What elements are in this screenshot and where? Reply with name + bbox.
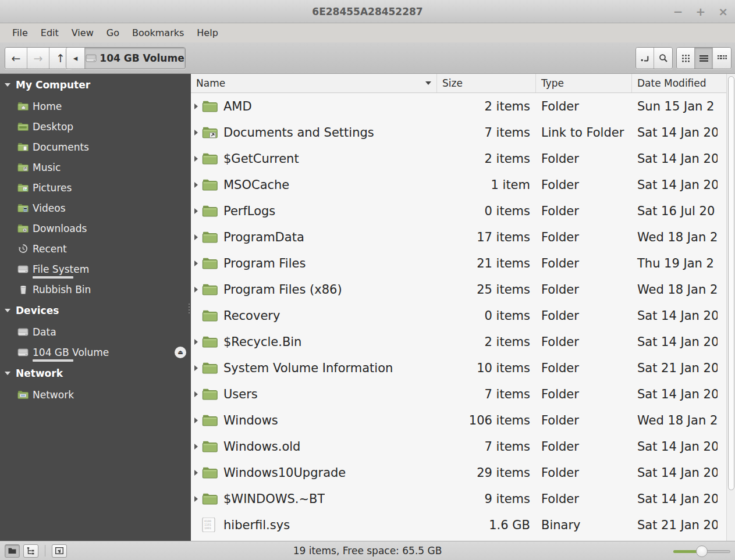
file-name: Windows <box>223 413 278 427</box>
hide-sidebar-button[interactable] <box>52 544 67 558</box>
compact-view-button[interactable] <box>713 48 731 69</box>
sidebar-item-music[interactable]: Music <box>0 157 191 177</box>
maximize-button[interactable]: + <box>695 6 705 17</box>
scrollbar-thumb[interactable] <box>728 76 734 490</box>
file-row[interactable]: System Volume Information10 itemsFolderS… <box>191 355 735 381</box>
file-date-modified: Thu 19 Jan 2 <box>632 256 718 270</box>
minimize-button[interactable]: − <box>673 6 683 17</box>
row-expander-icon[interactable] <box>194 261 202 266</box>
folder-pictures-icon <box>17 183 29 192</box>
file-row[interactable]: 010011011001hiberfil.sys1.6 GBBinarySat … <box>191 512 735 538</box>
column-header-size[interactable]: Size <box>437 74 536 92</box>
icon-view-button[interactable] <box>677 48 695 69</box>
sidebar-item-104-gb-volume[interactable]: 104 GB Volume⏏ <box>0 342 191 362</box>
menu-file[interactable]: File <box>6 25 34 41</box>
file-row[interactable]: PerfLogs0 itemsFolderSat 16 Jul 20 <box>191 198 735 224</box>
file-date-modified: Sat 14 Jan 20 <box>632 309 718 323</box>
show-treeview-button[interactable] <box>23 544 38 558</box>
file-row[interactable]: $GetCurrent2 itemsFolderSat 14 Jan 20 <box>191 145 735 172</box>
file-date-modified: Sat 21 Jan 20 <box>632 518 718 532</box>
file-size: 2 items <box>437 152 536 166</box>
sidebar-item-downloads[interactable]: Downloads <box>0 218 191 238</box>
location-entry-icon <box>640 53 649 63</box>
row-expander-icon[interactable] <box>194 496 202 502</box>
sidebar-item-pictures[interactable]: Pictures <box>0 177 191 198</box>
disk-usage-bar <box>33 276 73 279</box>
file-row[interactable]: MSOCache1 itemFolderSat 14 Jan 20 <box>191 172 735 198</box>
row-expander-icon[interactable] <box>194 104 202 109</box>
list-view-button[interactable] <box>695 48 713 69</box>
file-row[interactable]: Program Files21 itemsFolderThu 19 Jan 2 <box>191 250 735 276</box>
row-expander-icon[interactable] <box>194 234 202 240</box>
row-expander-icon[interactable] <box>194 156 202 162</box>
file-row[interactable]: Windows10Upgrade29 itemsFolderSat 14 Jan… <box>191 459 735 486</box>
sidebar-item-label: Pictures <box>33 182 72 194</box>
row-expander-icon[interactable] <box>194 391 202 397</box>
path-segment-volume[interactable]: 104 GB Volume <box>85 48 185 69</box>
sidebar-section-my-computer[interactable]: My Computer <box>0 74 191 96</box>
file-date-modified: Sat 14 Jan 20 <box>632 152 718 166</box>
column-header-name[interactable]: Name <box>191 74 437 92</box>
file-row[interactable]: Documents and Settings7 itemsLink to Fol… <box>191 119 735 145</box>
show-places-button[interactable] <box>5 544 20 558</box>
menu-go[interactable]: Go <box>100 25 126 41</box>
sidebar-item-recent[interactable]: Recent <box>0 238 191 259</box>
file-row[interactable]: Recovery0 itemsFolderSat 14 Jan 20 <box>191 302 735 329</box>
statusbar-buttons <box>5 544 67 558</box>
file-date-modified: Wed 18 Jan 2 <box>632 283 718 297</box>
row-expander-icon[interactable] <box>194 182 202 188</box>
toggle-location-entry-button[interactable] <box>636 48 654 69</box>
column-header-date-modified[interactable]: Date Modified <box>632 74 726 92</box>
sidebar-item-videos[interactable]: Videos <box>0 198 191 218</box>
file-row[interactable]: $WINDOWS.~BT9 itemsFolderSat 14 Jan 20 <box>191 486 735 512</box>
sort-descending-icon[interactable] <box>425 81 431 85</box>
menu-view[interactable]: View <box>65 25 100 41</box>
grid-view-icon <box>681 54 690 63</box>
menu-bookmarks[interactable]: Bookmarks <box>126 25 190 41</box>
column-header-type[interactable]: Type <box>536 74 632 92</box>
file-row[interactable]: ProgramData17 itemsFolderWed 18 Jan 2 <box>191 224 735 250</box>
file-name: Windows10Upgrade <box>223 466 346 480</box>
file-name: AMD <box>223 99 252 113</box>
back-button[interactable]: ← <box>5 48 27 69</box>
path-scroll-left-button[interactable]: ◂ <box>66 48 85 69</box>
close-button[interactable]: × <box>718 6 728 17</box>
search-button[interactable] <box>654 48 672 69</box>
file-row[interactable]: AMD2 itemsFolderSun 15 Jan 2 <box>191 93 735 119</box>
file-manager-window: 6E28455A28452287 − + × FileEditViewGoBoo… <box>0 0 735 560</box>
row-expander-icon[interactable] <box>194 444 202 450</box>
vertical-scrollbar[interactable] <box>726 74 735 541</box>
sidebar-item-desktop[interactable]: Desktop <box>0 116 191 137</box>
sidebar-section-devices[interactable]: Devices <box>0 299 191 322</box>
zoom-slider[interactable] <box>673 547 730 556</box>
row-expander-icon[interactable] <box>194 418 202 423</box>
row-expander-icon[interactable] <box>194 365 202 371</box>
pane-resize-grip[interactable] <box>189 304 190 313</box>
sidebar-item-data[interactable]: Data <box>0 322 191 342</box>
eject-button[interactable]: ⏏ <box>175 347 186 358</box>
row-expander-icon[interactable] <box>194 470 202 476</box>
file-type: Folder <box>536 230 632 244</box>
file-row[interactable]: Users7 itemsFolderSat 14 Jan 20 <box>191 381 735 407</box>
folder-icon <box>202 491 219 506</box>
sidebar-item-network[interactable]: Network <box>0 384 191 405</box>
title-bar[interactable]: 6E28455A28452287 − + × <box>0 0 735 23</box>
forward-button[interactable]: → <box>27 48 49 69</box>
row-expander-icon[interactable] <box>194 287 202 293</box>
menu-help[interactable]: Help <box>190 25 224 41</box>
file-row[interactable]: Program Files (x86)25 itemsFolderWed 18 … <box>191 276 735 302</box>
menu-edit[interactable]: Edit <box>34 25 65 41</box>
sidebar-item-rubbish-bin[interactable]: Rubbish Bin <box>0 279 191 299</box>
sidebar-section-network[interactable]: Network <box>0 362 191 384</box>
row-expander-icon[interactable] <box>194 339 202 345</box>
sidebar-item-home[interactable]: Home <box>0 96 191 116</box>
zoom-slider-handle[interactable] <box>696 545 708 557</box>
file-row[interactable]: Windows.old7 itemsFolderSat 14 Jan 20 <box>191 433 735 459</box>
sidebar-item-documents[interactable]: Documents <box>0 137 191 157</box>
row-expander-icon[interactable] <box>194 130 202 135</box>
file-row[interactable]: $Recycle.Bin2 itemsFolderSat 14 Jan 20 <box>191 329 735 355</box>
file-row[interactable]: Windows106 itemsFolderWed 18 Jan 2 <box>191 407 735 433</box>
sidebar-item-file-system[interactable]: File System <box>0 259 191 279</box>
folder-icon <box>202 465 219 480</box>
row-expander-icon[interactable] <box>194 208 202 214</box>
